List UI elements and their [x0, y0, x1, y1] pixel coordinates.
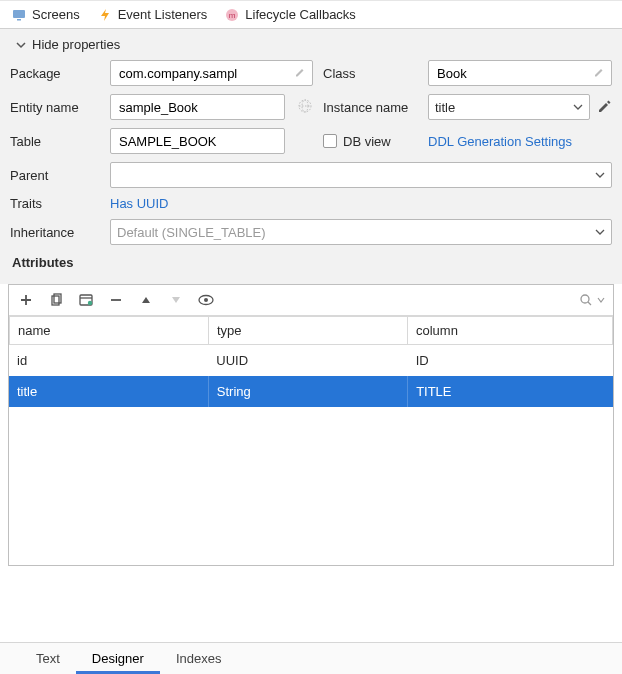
parent-label: Parent	[10, 168, 100, 183]
inheritance-placeholder: Default (SINGLE_TABLE)	[117, 225, 266, 240]
attributes-table: name type column	[9, 316, 613, 345]
properties-panel: Hide properties Package Class Entity nam…	[0, 29, 622, 284]
tab-indexes[interactable]: Indexes	[160, 643, 238, 674]
svg-line-15	[588, 302, 591, 305]
tab-screens-label: Screens	[32, 7, 80, 22]
remove-attribute-button[interactable]	[107, 291, 125, 309]
hide-properties-toggle[interactable]: Hide properties	[10, 29, 612, 60]
bottom-tabs: Text Designer Indexes	[0, 642, 622, 674]
chevron-down-icon	[597, 296, 605, 304]
cell-type: String	[208, 376, 407, 407]
entity-name-label: Entity name	[10, 100, 100, 115]
tab-designer[interactable]: Designer	[76, 643, 160, 674]
browser-attribute-button[interactable]	[77, 291, 95, 309]
globe-icon[interactable]	[297, 98, 313, 117]
svg-rect-0	[13, 10, 25, 18]
lifecycle-icon: m	[225, 8, 239, 22]
instance-name-label: Instance name	[323, 100, 418, 115]
traits-label: Traits	[10, 196, 100, 211]
package-label: Package	[10, 66, 100, 81]
monitor-icon	[12, 8, 26, 22]
tab-text[interactable]: Text	[20, 643, 76, 674]
chevron-down-icon	[14, 38, 28, 52]
ddl-generation-link[interactable]: DDL Generation Settings	[428, 134, 612, 149]
attributes-panel: name type column id UUID ID title String…	[8, 284, 614, 566]
table-field[interactable]	[110, 128, 285, 154]
db-view-checkbox[interactable]: DB view	[323, 134, 418, 149]
entity-name-input[interactable]	[117, 99, 278, 116]
lightning-icon	[98, 8, 112, 22]
attributes-toolbar	[9, 285, 613, 316]
attributes-header: Attributes	[10, 255, 612, 274]
col-name[interactable]: name	[10, 317, 209, 345]
cell-column: ID	[408, 345, 613, 376]
table-input[interactable]	[117, 133, 278, 150]
chevron-down-icon	[595, 227, 605, 237]
table-label: Table	[10, 134, 100, 149]
svg-rect-1	[17, 19, 21, 21]
copy-attribute-button[interactable]	[47, 291, 65, 309]
edit-instance-name-button[interactable]	[596, 98, 612, 117]
chevron-down-icon	[573, 102, 583, 112]
checkbox-icon	[323, 134, 337, 148]
cell-type: UUID	[208, 345, 407, 376]
cell-name: title	[9, 376, 208, 407]
table-row[interactable]: title String TITLE	[9, 376, 613, 407]
table-row[interactable]: id UUID ID	[9, 345, 613, 376]
package-field[interactable]	[110, 60, 313, 86]
attributes-search[interactable]	[579, 293, 605, 307]
chevron-down-icon	[595, 170, 605, 180]
class-label: Class	[323, 66, 418, 81]
entity-name-field[interactable]	[110, 94, 285, 120]
add-attribute-button[interactable]	[17, 291, 35, 309]
tab-screens[interactable]: Screens	[12, 7, 80, 22]
package-input[interactable]	[117, 65, 290, 82]
hide-properties-label: Hide properties	[32, 37, 120, 52]
class-field[interactable]	[428, 60, 612, 86]
tab-event-listeners-label: Event Listeners	[118, 7, 208, 22]
properties-form: Package Class Entity name Instance name	[10, 60, 612, 245]
instance-name-select[interactable]: title	[428, 94, 590, 120]
cell-name: id	[9, 345, 208, 376]
preview-button[interactable]	[197, 291, 215, 309]
col-type[interactable]: type	[208, 317, 407, 345]
traits-link[interactable]: Has UUID	[110, 196, 612, 211]
svg-point-14	[581, 295, 589, 303]
tab-lifecycle[interactable]: m Lifecycle Callbacks	[225, 7, 356, 22]
tab-lifecycle-label: Lifecycle Callbacks	[245, 7, 356, 22]
svg-point-13	[204, 298, 208, 302]
class-input[interactable]	[435, 65, 589, 82]
inheritance-label: Inheritance	[10, 225, 100, 240]
move-up-button[interactable]	[137, 291, 155, 309]
db-view-label: DB view	[343, 134, 391, 149]
tab-event-listeners[interactable]: Event Listeners	[98, 7, 208, 22]
svg-point-11	[88, 301, 92, 305]
edit-icon[interactable]	[294, 66, 306, 81]
attributes-table-body: id UUID ID title String TITLE	[9, 345, 613, 407]
svg-text:m: m	[229, 11, 236, 20]
move-down-button	[167, 291, 185, 309]
cell-column: TITLE	[408, 376, 613, 407]
inheritance-select[interactable]: Default (SINGLE_TABLE)	[110, 219, 612, 245]
top-tabs: Screens Event Listeners m Lifecycle Call…	[0, 0, 622, 29]
col-column[interactable]: column	[407, 317, 612, 345]
parent-select[interactable]	[110, 162, 612, 188]
edit-icon[interactable]	[593, 66, 605, 81]
instance-name-value: title	[435, 100, 455, 115]
